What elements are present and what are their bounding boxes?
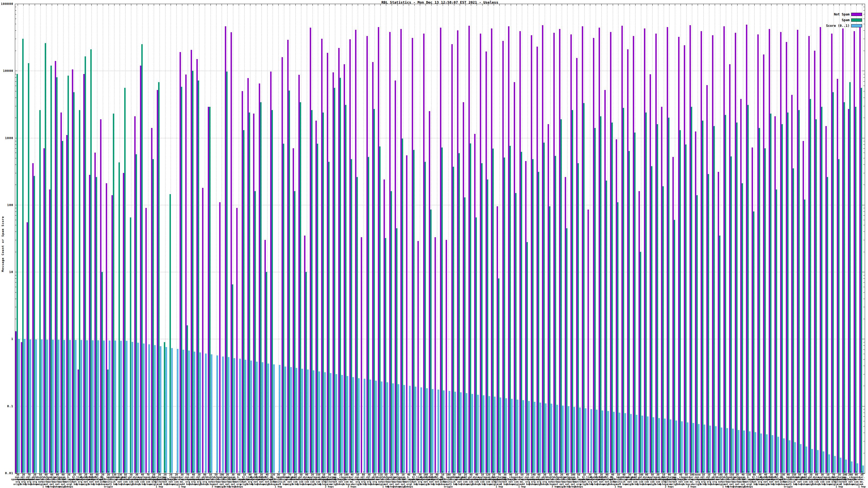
y-tick [862,71,865,71]
score-bar [840,458,841,473]
x-tick [641,4,641,6]
y-tick [862,339,865,339]
spam-bar [611,123,613,473]
x-tick [290,4,290,6]
score-bar [664,419,665,473]
x-tick [476,4,477,6]
y-minor-tick [863,441,865,442]
score-bar [421,387,422,473]
x-tick [176,4,177,6]
score-bar [783,438,785,473]
x-tick [817,4,817,6]
spam-bar [696,195,698,473]
spam-bar [549,206,550,473]
score-bar [409,386,411,473]
score-bar [500,397,501,473]
x-tick [244,4,245,6]
score-bar [86,340,88,473]
y-minor-tick [863,39,865,39]
spam-bar [492,149,494,473]
score-bar [352,377,354,473]
x-tick [364,4,364,6]
y-minor-tick [15,153,16,153]
spam-bar [317,144,318,473]
spam-bar [260,102,261,473]
spam-bar [51,66,52,473]
score-bar [806,447,807,473]
x-tick [86,4,86,6]
score-bar [30,339,31,473]
score-bar [613,412,615,473]
score-bar [777,437,779,473]
score-bar [381,382,382,473]
y-tick [862,138,865,138]
score-bar [177,349,179,473]
score-bar [126,341,127,473]
score-bar [675,421,677,473]
spam-bar [509,146,511,473]
x-tick [499,4,500,6]
score-bar [131,342,133,473]
x-tick [505,4,505,6]
spam-bar [855,107,856,473]
notspam-bar [145,208,147,473]
y-minor-tick [863,413,865,413]
score-bar [619,413,620,473]
y-minor-tick [863,7,865,7]
y-minor-tick [15,77,16,77]
y-minor-tick [15,30,16,31]
rbl-statistics-chart: RBL Statistics - Mon Dec 13 12:58:07 EST… [0,0,868,488]
score-bar [415,387,416,473]
score-bar [307,369,309,473]
spam-bar [62,141,63,473]
x-tick [805,4,806,6]
spam-bar [453,167,454,473]
x-tick [782,4,783,6]
y-tick-label: 10000 [0,69,13,73]
x-tick [834,4,834,6]
score-bar [568,406,569,473]
spam-bar [340,78,341,473]
x-tick [494,4,494,6]
x-tick [46,4,46,6]
x-tick [573,4,573,6]
y-minor-tick [15,74,16,74]
score-bar [534,402,535,473]
score-bar [448,391,450,473]
score-bar [851,461,852,473]
spam-bar [798,110,800,473]
score-bar [24,339,26,473]
spam-bar [458,153,460,473]
y-minor-tick [863,279,865,279]
x-tick [800,4,800,6]
legend-item-score: Score (0..1) [826,23,862,29]
spam-bar [300,102,301,473]
spam-bar [351,159,352,473]
y-minor-tick [863,416,865,417]
spam-bar [600,116,601,473]
x-tick [414,4,415,6]
x-tick [239,4,239,6]
spam-bar [481,163,483,473]
score-bar [369,380,371,473]
score-bar [137,343,139,473]
x-tick [528,4,528,6]
score-bar [92,340,94,473]
x-tick [120,4,120,6]
score-bar [732,429,734,473]
x-tick [114,4,115,6]
y-minor-tick [15,144,16,145]
x-tick [794,4,794,6]
spam-bar [441,148,443,473]
spam-bar [22,39,24,473]
score-bar [653,417,654,473]
score-bar [698,424,700,473]
spam-bar [373,109,375,473]
spam-bar [838,159,839,473]
y-minor-tick [15,299,16,299]
spam-bar [821,107,823,473]
score-bar [245,360,246,473]
notspam-bar [435,237,436,473]
y-minor-tick [863,86,865,86]
score-bar [46,340,48,473]
